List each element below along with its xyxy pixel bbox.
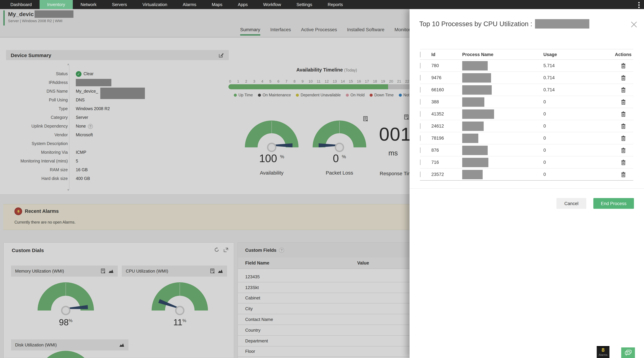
end-process-button[interactable]: End Process (593, 198, 634, 209)
redacted-process-name (462, 97, 484, 107)
cancel-button[interactable]: Cancel (556, 198, 586, 209)
process-row: 23572 0 (420, 169, 633, 181)
trash-icon[interactable] (613, 172, 633, 177)
process-row: 716 0 (420, 156, 633, 169)
process-row: 780 5.714 (420, 60, 633, 72)
modal-title: Top 10 Processes by CPU Utilization : (419, 20, 589, 28)
select-all-checkbox[interactable] (420, 52, 420, 57)
app-root: Dashboard Inventory Network Servers Virt… (0, 0, 644, 358)
process-table-header: Id Process Name Usage Actions (420, 49, 633, 60)
process-id: 24612 (431, 124, 462, 129)
alarm-count-label: Alarms (597, 353, 610, 356)
redacted-process-name (462, 61, 488, 70)
redacted-process-name (462, 121, 484, 131)
trash-icon[interactable] (613, 63, 633, 68)
chat-button[interactable] (621, 347, 635, 358)
top-processes-modal: Top 10 Processes by CPU Utilization : Id… (410, 9, 644, 358)
row-checkbox[interactable] (420, 123, 420, 129)
row-checkbox[interactable] (420, 63, 420, 69)
nav-inventory[interactable]: Inventory (40, 0, 73, 9)
redacted-process-name (462, 85, 492, 95)
modal-backdrop[interactable] (0, 9, 410, 358)
process-usage: 0 (544, 136, 613, 141)
process-row: 876 0 (420, 144, 633, 156)
process-usage: 5.714 (544, 63, 613, 68)
process-row: 41352 0 (420, 108, 633, 120)
modal-divider (410, 188, 644, 189)
redacted-process-name (462, 109, 494, 119)
alarm-count-badge[interactable]: 8 Alarms (597, 346, 610, 358)
process-usage: 0 (544, 160, 613, 165)
process-usage: 0 (544, 111, 613, 117)
process-row: 9476 0.714 (420, 72, 633, 84)
row-checkbox[interactable] (420, 172, 420, 177)
process-row: 66160 0.714 (420, 84, 633, 96)
alarm-count: 8 (597, 347, 610, 353)
redacted-process-name (462, 146, 488, 155)
redacted-process-name (462, 133, 478, 143)
process-row: 78196 0 (420, 132, 633, 144)
chat-icon (624, 349, 632, 356)
table-bottom-divider (420, 180, 633, 181)
redacted-process-name (462, 170, 483, 179)
process-row: 24612 0 (420, 120, 633, 132)
process-id: 78196 (431, 136, 462, 141)
row-checkbox[interactable] (420, 99, 420, 105)
process-id: 66160 (431, 87, 462, 92)
trash-icon[interactable] (613, 111, 633, 117)
trash-icon[interactable] (613, 87, 633, 93)
trash-icon[interactable] (613, 160, 633, 165)
process-usage: 0 (544, 99, 613, 104)
process-usage: 0.714 (544, 87, 613, 92)
top-nav: Dashboard Inventory Network Servers Virt… (0, 0, 644, 9)
redacted-process-name (462, 73, 491, 82)
process-usage: 0 (544, 148, 613, 153)
row-checkbox[interactable] (420, 87, 420, 93)
row-checkbox[interactable] (420, 135, 420, 141)
row-checkbox[interactable] (420, 159, 420, 165)
process-usage: 0.714 (544, 75, 613, 80)
trash-icon[interactable] (613, 148, 633, 153)
process-usage: 0 (544, 172, 613, 177)
process-id: 716 (431, 160, 462, 165)
nav-network[interactable]: Network (73, 0, 104, 9)
nav-virtualization[interactable]: Virtualization (135, 0, 175, 9)
row-checkbox[interactable] (420, 75, 420, 81)
process-id: 388 (431, 99, 462, 104)
process-id: 9476 (431, 75, 462, 80)
process-table: Id Process Name Usage Actions 780 5.714 (420, 49, 633, 181)
nav-dashboard[interactable]: Dashboard (3, 0, 40, 9)
row-checkbox[interactable] (420, 111, 420, 117)
redacted-modal-device (535, 19, 589, 28)
process-id: 876 (431, 148, 462, 153)
trash-icon[interactable] (613, 99, 633, 105)
process-id: 23572 (431, 172, 462, 177)
overflow-menu-icon[interactable] (636, 1, 642, 9)
close-icon[interactable] (630, 21, 638, 29)
process-id: 780 (431, 63, 462, 68)
trash-icon[interactable] (613, 135, 633, 141)
nav-alarms[interactable]: Alarms (175, 0, 204, 9)
nav-settings[interactable]: Settings (289, 0, 320, 9)
nav-reports[interactable]: Reports (320, 0, 351, 9)
process-row: 388 0 (420, 96, 633, 108)
nav-workflow[interactable]: Workflow (256, 0, 289, 9)
row-checkbox[interactable] (420, 147, 420, 153)
nav-apps[interactable]: Apps (230, 0, 256, 9)
process-id: 41352 (431, 111, 462, 117)
redacted-process-name (462, 158, 488, 167)
trash-icon[interactable] (613, 123, 633, 129)
nav-maps[interactable]: Maps (204, 0, 230, 9)
process-usage: 0 (544, 124, 613, 129)
trash-icon[interactable] (613, 75, 633, 80)
nav-servers[interactable]: Servers (104, 0, 135, 9)
